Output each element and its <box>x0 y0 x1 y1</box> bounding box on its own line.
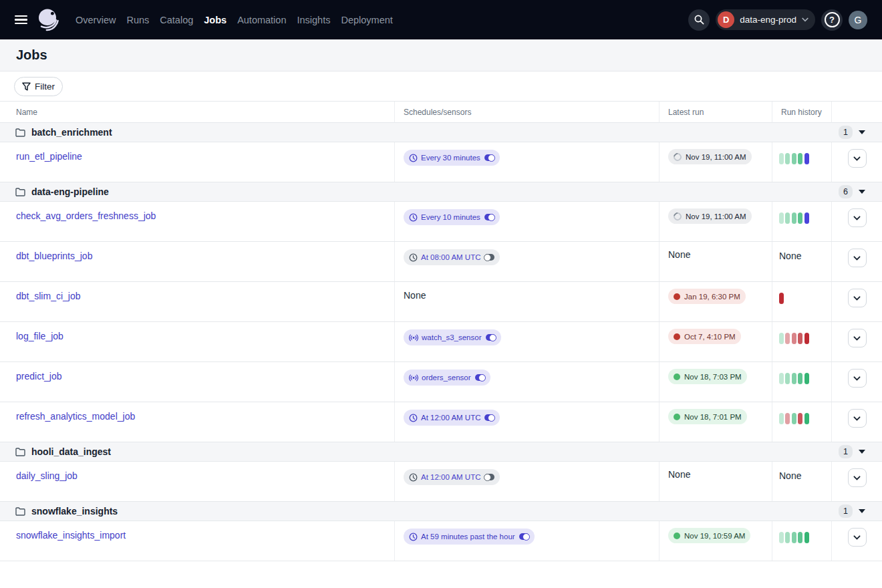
dagster-logo[interactable] <box>37 9 60 31</box>
latest-run-time: Nov 18, 7:01 PM <box>684 413 742 421</box>
run-history-bars[interactable] <box>779 532 831 543</box>
group-caret-down-icon[interactable] <box>859 190 865 194</box>
expand-row-button[interactable] <box>848 528 867 547</box>
schedule-pill[interactable]: At 08:00 AM UTC <box>404 249 500 265</box>
group-caret-down-icon[interactable] <box>859 450 865 454</box>
run-bar-failure[interactable] <box>804 333 809 344</box>
latest-run-tag[interactable]: Nov 19, 10:59 AM <box>668 528 750 543</box>
run-history-bars[interactable] <box>779 413 831 424</box>
expand-row-button[interactable] <box>848 289 867 307</box>
schedule-pill[interactable]: At 12:00 AM UTC <box>404 469 500 485</box>
schedule-pill[interactable]: Every 10 minutes <box>404 209 500 225</box>
run-bar-success[interactable] <box>779 153 784 164</box>
expand-row-button[interactable] <box>848 409 867 428</box>
latest-run-tag[interactable]: Nov 19, 11:00 AM <box>668 208 752 224</box>
job-name-link[interactable]: daily_sling_job <box>16 470 78 481</box>
schedule-toggle[interactable] <box>486 334 496 341</box>
expand-row-button[interactable] <box>848 369 867 388</box>
run-bar-success[interactable] <box>792 413 796 424</box>
run-history-bars[interactable] <box>779 333 831 344</box>
run-history-bars[interactable] <box>779 212 831 224</box>
expand-row-button[interactable] <box>848 329 867 347</box>
user-avatar[interactable]: G <box>849 11 867 29</box>
run-bar-failure[interactable] <box>785 333 790 344</box>
run-bar-success[interactable] <box>785 373 790 384</box>
search-button[interactable] <box>688 9 710 31</box>
nav-item-automation[interactable]: Automation <box>237 15 286 25</box>
run-bar-success[interactable] <box>779 333 784 344</box>
run-bar-success[interactable] <box>779 373 784 384</box>
schedule-toggle[interactable] <box>484 254 494 261</box>
job-name-link[interactable]: run_etl_pipeline <box>16 151 82 162</box>
run-history-bars[interactable] <box>779 293 831 304</box>
schedule-toggle[interactable] <box>519 533 529 540</box>
nav-item-insights[interactable]: Insights <box>297 15 330 25</box>
filter-button[interactable]: Filter <box>14 77 63 96</box>
nav-item-runs[interactable]: Runs <box>126 15 149 25</box>
run-bar-failure[interactable] <box>785 413 790 424</box>
latest-run-cell: Oct 7, 4:10 PM <box>659 322 772 361</box>
run-bar-success[interactable] <box>785 153 790 164</box>
latest-run-tag[interactable]: Nov 19, 11:00 AM <box>668 149 752 164</box>
schedule-toggle[interactable] <box>484 474 494 480</box>
run-history-bars[interactable] <box>779 153 831 164</box>
schedule-pill[interactable]: At 59 minutes past the hour <box>404 529 535 545</box>
run-bar-success[interactable] <box>804 413 809 424</box>
hamburger-menu-icon[interactable] <box>15 15 27 24</box>
schedule-toggle[interactable] <box>484 214 494 220</box>
schedule-pill[interactable]: watch_s3_sensor <box>404 329 501 345</box>
run-history-bars[interactable] <box>779 373 831 384</box>
latest-run-tag[interactable]: Jan 19, 6:30 PM <box>668 289 746 304</box>
deployment-switcher[interactable]: D data-eng-prod <box>716 9 815 30</box>
run-bar-success[interactable] <box>779 212 784 224</box>
job-name-link[interactable]: predict_job <box>16 371 62 382</box>
run-bar-success[interactable] <box>792 532 796 543</box>
run-bar-success[interactable] <box>792 212 796 224</box>
schedule-pill[interactable]: orders_sensor <box>404 370 490 386</box>
schedule-toggle[interactable] <box>475 374 485 381</box>
job-name-link[interactable]: snowflake_insights_import <box>16 530 126 541</box>
job-name-link[interactable]: dbt_blueprints_job <box>16 251 92 261</box>
schedule-pill[interactable]: At 12:00 AM UTC <box>404 410 500 426</box>
schedule-pill[interactable]: Every 30 minutes <box>404 150 500 166</box>
run-bar-success[interactable] <box>792 373 796 384</box>
run-bar-success[interactable] <box>779 532 784 543</box>
schedule-toggle[interactable] <box>484 154 494 161</box>
latest-run-tag[interactable]: Nov 18, 7:03 PM <box>668 369 747 384</box>
run-bar-success[interactable] <box>798 373 802 384</box>
run-bar-failure[interactable] <box>779 293 784 304</box>
run-bar-started[interactable] <box>804 212 809 224</box>
run-bar-success[interactable] <box>798 212 802 224</box>
job-name-link[interactable]: check_avg_orders_freshness_job <box>16 210 156 221</box>
run-bar-failure[interactable] <box>798 413 802 424</box>
run-bar-success[interactable] <box>804 373 809 384</box>
job-name-link[interactable]: refresh_analytics_model_job <box>16 411 135 422</box>
help-button[interactable]: ? <box>821 9 843 31</box>
nav-item-deployment[interactable]: Deployment <box>341 15 392 25</box>
expand-row-button[interactable] <box>848 208 867 227</box>
run-bar-success[interactable] <box>785 532 790 543</box>
job-name-link[interactable]: log_file_job <box>16 331 63 341</box>
nav-item-catalog[interactable]: Catalog <box>160 15 193 25</box>
job-name-link[interactable]: dbt_slim_ci_job <box>16 291 81 301</box>
latest-run-tag[interactable]: Oct 7, 4:10 PM <box>668 329 741 344</box>
run-bar-started[interactable] <box>804 153 809 164</box>
run-bar-failure[interactable] <box>798 333 802 344</box>
group-caret-down-icon[interactable] <box>859 130 865 134</box>
run-bar-success[interactable] <box>785 212 790 224</box>
schedule-toggle[interactable] <box>484 414 494 421</box>
nav-item-jobs[interactable]: Jobs <box>204 15 227 25</box>
expand-row-button[interactable] <box>848 468 867 487</box>
expand-row-button[interactable] <box>848 149 867 168</box>
run-bar-failure[interactable] <box>792 333 796 344</box>
run-bar-success[interactable] <box>792 153 796 164</box>
group-count-badge: 1 <box>839 126 853 139</box>
run-bar-success[interactable] <box>779 413 784 424</box>
nav-item-overview[interactable]: Overview <box>76 15 116 25</box>
run-bar-success[interactable] <box>798 532 802 543</box>
expand-row-button[interactable] <box>848 249 867 267</box>
run-bar-success[interactable] <box>798 153 802 164</box>
run-bar-success[interactable] <box>804 532 809 543</box>
group-caret-down-icon[interactable] <box>859 509 865 513</box>
latest-run-tag[interactable]: Nov 18, 7:01 PM <box>668 409 747 424</box>
